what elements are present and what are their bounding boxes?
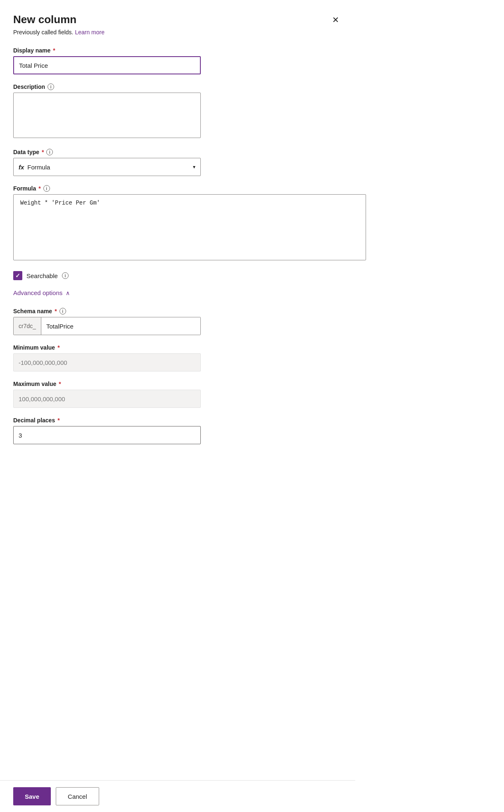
searchable-row: ✓ Searchable i [13,271,342,280]
description-input[interactable] [13,93,201,138]
advanced-options-chevron: ∧ [66,290,70,296]
save-button[interactable]: Save [13,787,51,805]
close-button[interactable]: ✕ [329,13,342,26]
formula-wrapper: Weight * 'Price Per Gm' [13,194,366,262]
minimum-value-required: * [57,344,59,351]
description-info-icon[interactable]: i [48,83,54,90]
maximum-value-label: Maximum value * [13,381,342,387]
maximum-value-input [13,390,201,408]
data-type-chevron: ▾ [193,164,195,170]
panel-title: New column [13,13,76,26]
minimum-value-input [13,353,201,371]
data-type-select[interactable]: fx Formula ▾ [13,158,201,176]
data-type-group: Data type * i fx Formula ▾ [13,149,342,176]
schema-prefix: cr7dc_ [14,317,41,335]
formula-label: Formula * i [13,185,342,192]
schema-name-input[interactable] [41,317,200,335]
minimum-value-label: Minimum value * [13,344,342,351]
searchable-checkbox-wrapper[interactable]: ✓ [13,271,22,280]
decimal-places-input[interactable] [13,426,201,444]
data-type-info-icon[interactable]: i [46,149,53,155]
fx-icon: fx [19,164,24,171]
schema-name-group: Schema name * i cr7dc_ [13,308,342,335]
display-name-label: Display name * [13,47,342,54]
learn-more-link[interactable]: Learn more [75,29,105,36]
formula-required: * [38,185,40,192]
formula-group: Formula * i Weight * 'Price Per Gm' [13,185,342,262]
schema-name-required: * [55,308,57,314]
advanced-options-toggle[interactable]: Advanced options ∧ [13,289,70,296]
decimal-places-required: * [57,417,59,424]
searchable-label: Searchable [26,272,58,279]
advanced-section: Schema name * i cr7dc_ Minimum value * M… [13,308,342,444]
display-name-input[interactable] [13,56,201,74]
display-name-group: Display name * [13,47,342,74]
formula-info-icon[interactable]: i [43,185,50,192]
decimal-places-label: Decimal places * [13,417,342,424]
schema-input-wrapper: cr7dc_ [13,317,201,335]
decimal-places-group: Decimal places * [13,417,342,444]
description-label: Description i [13,83,342,90]
maximum-value-group: Maximum value * [13,381,342,408]
description-group: Description i [13,83,342,140]
formula-input[interactable]: Weight * 'Price Per Gm' [13,194,366,260]
display-name-required: * [53,47,55,54]
searchable-info-icon[interactable]: i [62,272,69,279]
minimum-value-group: Minimum value * [13,344,342,371]
data-type-label: Data type * i [13,149,342,155]
subtitle: Previously called fields. Learn more [13,29,342,36]
schema-name-label: Schema name * i [13,308,342,314]
schema-name-info-icon[interactable]: i [59,308,66,314]
maximum-value-required: * [59,381,61,387]
cancel-button[interactable]: Cancel [56,787,99,805]
data-type-required: * [42,149,44,155]
footer: Save Cancel [0,780,355,812]
